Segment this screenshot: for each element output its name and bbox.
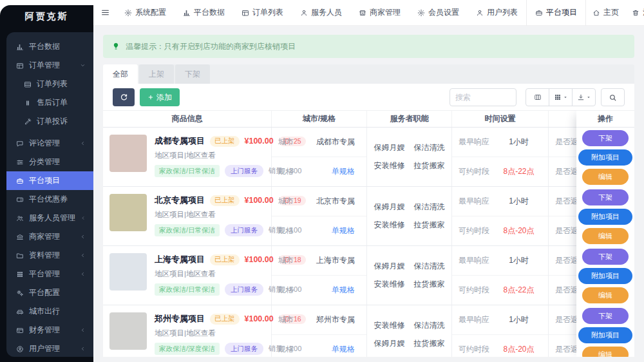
time-settings-cell: 最早响应1小时可约时段8点-22点	[452, 128, 549, 186]
tab-on-shelf[interactable]: 上架	[139, 64, 174, 84]
sidebar-item-platform-mgmt[interactable]: 平台管理	[6, 265, 93, 283]
edit-button[interactable]: 编辑	[582, 228, 629, 244]
nav-item-member-settings[interactable]: 会员设置	[409, 0, 468, 26]
spec-link[interactable]: 单规格	[332, 166, 355, 177]
column-header: 商品信息	[103, 111, 272, 127]
sidebar-item-order-complaints[interactable]: 订单投诉	[6, 112, 93, 131]
nav-item-merchant-mgmt[interactable]: 商家管理	[350, 0, 409, 26]
spec-link[interactable]: 单规格	[332, 285, 355, 296]
product-price: ¥100.00	[245, 255, 274, 264]
nav-item-system-config[interactable]: 系统配置	[116, 0, 175, 26]
spec-link[interactable]: 单规格	[332, 344, 355, 355]
time-value: 1小时	[489, 137, 548, 148]
product-desc: 地区项目|地区查看	[155, 269, 266, 279]
tab-off-shelf[interactable]: 下架	[175, 64, 210, 84]
sidebar-item-order-list[interactable]: 订单列表	[6, 75, 93, 93]
edit-button[interactable]: 编辑	[582, 287, 629, 303]
table-header-row: 商品信息城市/规格服务者职能时间设置	[103, 110, 634, 128]
sidebar-item-platform-data[interactable]: 平台数据	[6, 37, 93, 56]
skill-item: 安装维修	[374, 320, 405, 331]
take-down-button[interactable]: 下架	[582, 189, 629, 205]
time-value: 8点-22点	[489, 285, 548, 296]
city-label: 城市	[278, 314, 294, 325]
sidebar-toggle-button[interactable]	[101, 8, 109, 17]
sidebar-item-comment-mgmt[interactable]: 评论管理	[6, 134, 93, 153]
city-spec-cell: 城市北京市专属规格单规格	[272, 187, 367, 245]
skill-item: 保姆月嫂	[374, 261, 405, 272]
skill-item: 保姆月嫂	[374, 338, 405, 349]
sidebar-item-material-mgmt[interactable]: 资料管理	[6, 246, 93, 265]
cogs-icon	[16, 289, 24, 297]
search-button[interactable]	[601, 88, 625, 106]
edit-button[interactable]: 编辑	[582, 347, 629, 357]
spec-label: 规格	[278, 285, 294, 296]
refresh-button[interactable]	[113, 88, 135, 106]
addon-project-button[interactable]: 附加项目	[578, 268, 632, 284]
sidebar-item-order-mgmt[interactable]: 订单管理	[6, 56, 93, 75]
list-icon	[24, 81, 32, 88]
nav-item-service-staff[interactable]: 服务人员	[292, 0, 350, 26]
edit-button[interactable]: 编辑	[582, 169, 629, 185]
skills-cell: 保姆月嫂保洁清洗安装维修拉货搬家	[367, 187, 452, 245]
home-icon	[592, 9, 600, 17]
tab-all[interactable]: 全部	[103, 64, 138, 84]
service-type-tag: 上门服务	[225, 343, 263, 355]
nav-item-clear-cache[interactable]: 清除缓存	[625, 0, 644, 26]
add-button[interactable]: 添加	[140, 88, 180, 106]
search-input[interactable]	[450, 88, 516, 106]
view-grid-button[interactable]	[549, 88, 573, 106]
users-icon	[16, 214, 24, 222]
time-value: 1小时	[489, 196, 548, 207]
product-desc: 地区项目|地区查看	[155, 329, 266, 338]
spec-link[interactable]: 单规格	[332, 225, 355, 236]
take-down-button[interactable]: 下架	[582, 249, 629, 265]
finance-icon	[16, 327, 24, 334]
chev-down-icon	[80, 62, 86, 68]
skill-item: 安装维修	[374, 220, 405, 231]
grid-icon	[16, 271, 24, 278]
sidebar-item-platform-project[interactable]: 平台项目	[6, 171, 93, 190]
chev-left-icon	[80, 271, 86, 277]
pause-icon	[24, 99, 32, 107]
product-desc: 地区项目|地区查看	[155, 210, 266, 220]
nav-item-platform-project[interactable]: 平台项目	[526, 0, 586, 26]
comment-icon	[16, 140, 24, 148]
addon-project-button[interactable]: 附加项目	[578, 209, 632, 225]
sidebar-item-city-travel[interactable]: 城市出行	[6, 302, 93, 321]
skill-item: 拉货搬家	[414, 220, 445, 231]
flag-label: 是否返	[555, 166, 578, 177]
nav-item-user-list[interactable]: 用户列表	[468, 0, 526, 26]
sidebar-item-platform-config[interactable]: 平台配置	[6, 283, 93, 302]
take-down-button[interactable]: 下架	[582, 130, 629, 146]
addon-project-button[interactable]: 附加项目	[578, 327, 632, 343]
nav-item-home[interactable]: 主页	[586, 0, 625, 26]
skill-item: 保姆月嫂	[374, 142, 405, 153]
city-value: 北京市专属	[316, 196, 355, 207]
take-down-button[interactable]: 下架	[582, 308, 629, 324]
sidebar-item-merchant-mgmt[interactable]: 商家管理	[6, 227, 93, 246]
product-price: ¥100.00	[245, 137, 274, 146]
service-type-tag: 上门服务	[225, 283, 263, 296]
spec-label: 规格	[278, 225, 294, 236]
skill-item: 保洁清洗	[414, 202, 445, 213]
status-badge: 已上架	[210, 314, 240, 325]
service-type-tag: 上门服务	[225, 165, 263, 177]
sidebar-item-user-mgmt[interactable]: 用户管理	[6, 339, 93, 357]
nav-item-platform-data[interactable]: 平台数据	[175, 0, 233, 26]
city-value: 郑州市专属	[316, 314, 355, 325]
sidebar-item-platform-coupon[interactable]: 平台优惠券	[6, 190, 93, 209]
addon-project-button[interactable]: 附加项目	[578, 149, 632, 166]
time-label: 可约时段	[459, 285, 489, 296]
category-tag: 家政保洁/日常保洁	[155, 224, 220, 236]
sidebar-item-category-mgmt[interactable]: 分类管理	[6, 153, 93, 171]
view-columns-button[interactable]	[526, 88, 549, 106]
skill-item: 保洁清洗	[414, 261, 445, 272]
product-title: 成都专属项目	[155, 135, 205, 147]
flag-label: 是否返	[555, 285, 578, 296]
export-button[interactable]	[572, 88, 596, 106]
sidebar-item-service-staff-mgmt[interactable]: 服务人员管理	[6, 209, 93, 227]
nav-item-order-list[interactable]: 订单列表	[233, 0, 292, 26]
product-info-cell: 成都专属项目已上架¥100.00ID: 25地区项目|地区查看家政保洁/日常保洁…	[103, 128, 272, 186]
sidebar-item-after-sale-orders[interactable]: 售后订单	[6, 93, 93, 112]
sidebar-item-finance-mgmt[interactable]: 财务管理	[6, 321, 93, 339]
